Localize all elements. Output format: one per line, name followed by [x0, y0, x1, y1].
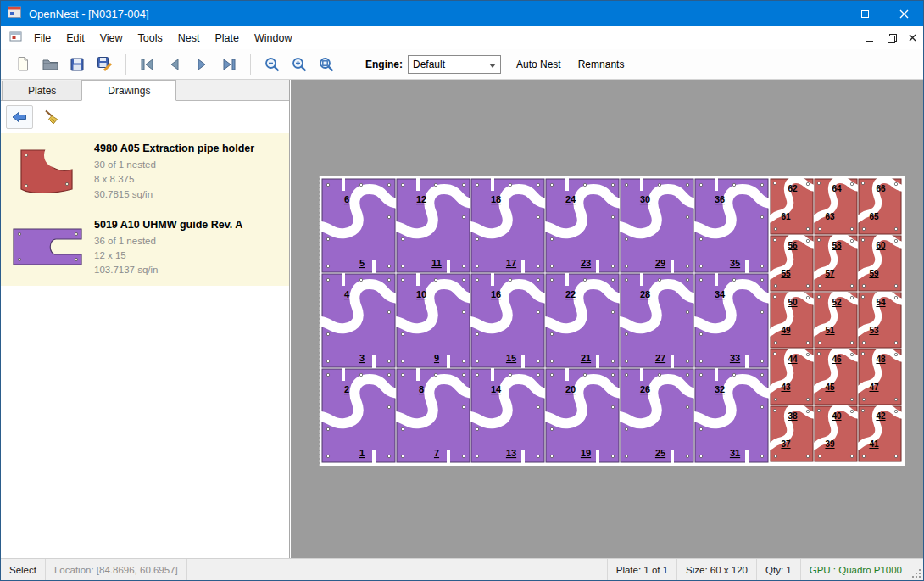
svg-text:42: 42	[876, 411, 886, 421]
red-part-pair[interactable]: 54 53	[858, 292, 902, 349]
menu-item-view[interactable]: View	[92, 28, 131, 48]
nav-last-button[interactable]	[215, 52, 242, 77]
red-part-pair[interactable]: 62 61	[770, 178, 814, 235]
minimize-button[interactable]	[806, 1, 845, 26]
red-part-pair[interactable]: 46 45	[814, 349, 858, 405]
statusbar-spacer	[187, 559, 607, 580]
drawing-title: 5019 A10 UHMW guide Rev. A	[94, 219, 242, 231]
svg-text:16: 16	[491, 289, 501, 299]
menu-item-edit[interactable]: Edit	[58, 28, 92, 48]
red-part-pair[interactable]: 52 51	[814, 292, 858, 349]
red-part-pair[interactable]: 48 47	[858, 349, 902, 405]
engine-select[interactable]: Default	[408, 55, 501, 74]
svg-text:13: 13	[506, 448, 516, 458]
menu-item-file[interactable]: File	[26, 28, 58, 48]
svg-text:35: 35	[730, 258, 740, 268]
svg-text:17: 17	[506, 258, 516, 268]
plate-sheet[interactable]: 6 5 12 11 18 17 24 23 30 29 36 35 4 3 10…	[320, 176, 905, 466]
save-as-button[interactable]	[91, 52, 118, 77]
drawing-info: 5019 A10 UHMW guide Rev. A 36 of 1 neste…	[94, 217, 242, 278]
purple-part-pair[interactable]: 2 1	[321, 368, 396, 463]
red-part-pair[interactable]: 42 41	[858, 405, 902, 462]
svg-text:53: 53	[869, 326, 879, 335]
purple-part-pair[interactable]: 34 33	[694, 273, 769, 368]
red-part-pair[interactable]: 60 59	[858, 235, 902, 292]
mdi-restore-button[interactable]	[881, 29, 901, 47]
drawings-list: 4980 A05 Extraction pipe holder 30 of 1 …	[1, 133, 289, 286]
svg-text:11: 11	[431, 258, 442, 268]
menu-item-tools[interactable]: Tools	[131, 28, 170, 48]
svg-text:10: 10	[416, 289, 426, 299]
zoom-fit-button[interactable]	[313, 52, 340, 77]
clear-button[interactable]	[38, 105, 65, 129]
close-button[interactable]	[884, 1, 923, 26]
zoom-out-icon	[264, 56, 281, 73]
svg-text:41: 41	[869, 439, 879, 449]
return-parts-button[interactable]	[6, 105, 33, 129]
mdi-minimize-button[interactable]	[860, 29, 880, 47]
purple-part-pair[interactable]: 18 17	[470, 178, 545, 273]
svg-text:58: 58	[832, 241, 842, 250]
purple-part-pair[interactable]: 22 21	[545, 273, 620, 368]
svg-text:57: 57	[825, 269, 835, 278]
zoom-in-icon	[291, 56, 308, 73]
svg-text:66: 66	[876, 184, 886, 193]
purple-part-pair[interactable]: 26 25	[620, 368, 694, 463]
nav-first-icon	[139, 57, 156, 72]
minimize-icon	[821, 14, 830, 14]
red-part-pair[interactable]: 40 39	[814, 405, 858, 462]
purple-part-pair[interactable]: 12 11	[396, 178, 470, 273]
purple-part-pair[interactable]: 14 13	[470, 368, 545, 463]
menu-item-nest[interactable]: Nest	[170, 28, 208, 48]
purple-part-pair[interactable]: 4 3	[321, 273, 396, 368]
nav-next-button[interactable]	[188, 52, 215, 77]
purple-part-pair[interactable]: 36 35	[694, 178, 769, 273]
purple-part-pair[interactable]: 28 27	[620, 273, 694, 368]
red-part-pair[interactable]: 64 63	[814, 178, 858, 235]
open-button[interactable]	[36, 52, 64, 77]
red-part-pair[interactable]: 50 49	[770, 292, 814, 349]
nest-canvas[interactable]: 6 5 12 11 18 17 24 23 30 29 36 35 4 3 10…	[291, 80, 923, 558]
status-bar: Select Location: [84.8696, 60.6957] Plat…	[1, 558, 923, 580]
purple-part-pair[interactable]: 16 15	[470, 273, 545, 368]
tab-plates[interactable]: Plates	[2, 81, 82, 100]
purple-part-pair[interactable]: 32 31	[694, 368, 769, 463]
purple-part-pair[interactable]: 8 7	[396, 368, 470, 463]
purple-part-pair[interactable]: 24 23	[545, 178, 620, 273]
red-part-pair[interactable]: 66 65	[858, 178, 902, 235]
mdi-minimize-icon	[866, 41, 873, 42]
menu-item-window[interactable]: Window	[247, 28, 299, 48]
list-item[interactable]: 5019 A10 UHMW guide Rev. A 36 of 1 neste…	[1, 209, 289, 286]
svg-text:27: 27	[655, 353, 665, 363]
purple-part-pair[interactable]: 30 29	[620, 178, 694, 273]
list-item[interactable]: 4980 A05 Extraction pipe holder 30 of 1 …	[1, 133, 289, 209]
new-button[interactable]	[9, 52, 36, 77]
svg-text:52: 52	[832, 298, 842, 307]
toolbar-separator	[125, 54, 126, 75]
mdi-close-button[interactable]	[902, 29, 922, 47]
maximize-button[interactable]	[845, 1, 884, 26]
red-part-pair[interactable]: 44 43	[770, 349, 814, 405]
purple-part-pair[interactable]: 20 19	[545, 368, 620, 463]
auto-nest-button[interactable]: Auto Nest	[508, 53, 570, 75]
remnants-button[interactable]: Remnants	[570, 53, 633, 75]
nav-previous-button[interactable]	[161, 52, 188, 77]
purple-part-pair[interactable]: 10 9	[396, 273, 470, 368]
menu-item-plate[interactable]: Plate	[207, 28, 247, 48]
panel-toolbar	[1, 101, 289, 133]
red-part-pair[interactable]: 38 37	[770, 405, 814, 462]
red-grid: 62 61 64 63 66 65 56 55 58 57 60 59 50 4…	[770, 178, 902, 462]
save-button[interactable]	[64, 52, 91, 77]
svg-text:62: 62	[788, 184, 798, 193]
nav-first-button[interactable]	[134, 52, 161, 77]
red-part-pair[interactable]: 56 55	[770, 235, 814, 292]
svg-text:36: 36	[715, 194, 725, 204]
zoom-out-button[interactable]	[259, 52, 286, 77]
zoom-in-button[interactable]	[286, 52, 313, 77]
tab-drawings[interactable]: Drawings	[81, 80, 176, 101]
red-part-pair[interactable]: 58 57	[814, 235, 858, 292]
nav-last-icon	[220, 57, 237, 72]
panel-tabstrip: Plates Drawings	[1, 80, 289, 101]
resize-grip[interactable]	[910, 559, 923, 580]
purple-part-pair[interactable]: 6 5	[321, 178, 396, 273]
